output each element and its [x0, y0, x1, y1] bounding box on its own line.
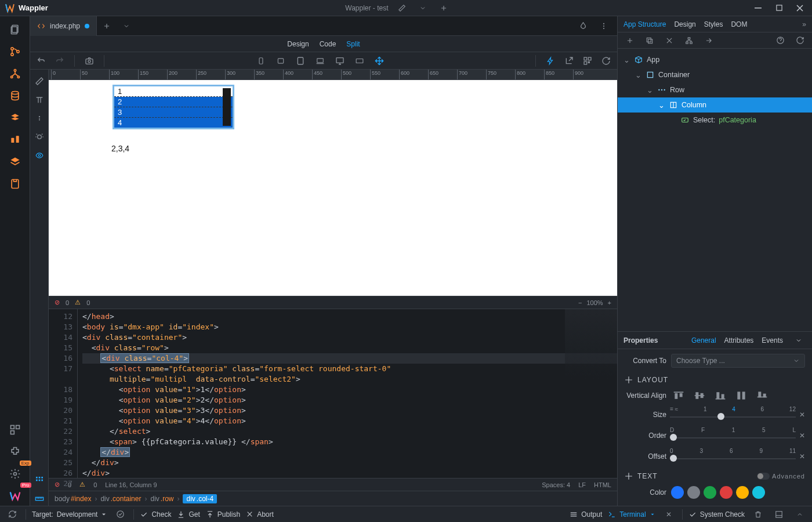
props-overflow-icon[interactable]: [791, 334, 806, 347]
language-mode[interactable]: HTML: [594, 481, 611, 488]
undo-icon[interactable]: [34, 54, 49, 68]
database-icon[interactable]: [5, 86, 26, 106]
tree-row-row[interactable]: ⌄Row: [618, 82, 812, 97]
window-close[interactable]: [790, 0, 810, 16]
valign-stretch-icon[interactable]: [734, 390, 749, 401]
files-icon[interactable]: [5, 20, 26, 39]
breadcrumb-segment[interactable]: div.row: [150, 495, 173, 503]
view-code[interactable]: Code: [320, 40, 336, 48]
color-swatch[interactable]: [720, 486, 733, 499]
tabs-dropdown[interactable]: [117, 23, 136, 30]
design-canvas[interactable]: 1 2 3 4 2,3,4: [49, 80, 617, 296]
code-line[interactable]: <body is="dmx-app" id="index">: [82, 322, 617, 332]
tab-attributes[interactable]: Attributes: [724, 336, 754, 345]
device-wide-icon[interactable]: [352, 54, 367, 68]
output-toggle[interactable]: Output: [570, 510, 602, 519]
wappler-pro-icon[interactable]: [5, 486, 26, 506]
code-line[interactable]: <option value="4">4</option>: [82, 416, 617, 426]
color-swatch[interactable]: [704, 486, 716, 499]
zoom-level[interactable]: 100%: [586, 299, 603, 306]
open-browser-icon[interactable]: [561, 54, 577, 68]
target-ok-icon[interactable]: [113, 507, 128, 521]
code-line[interactable]: <option value="1">1</option>: [82, 385, 617, 395]
publish-button[interactable]: Publish: [206, 510, 240, 519]
abort-button[interactable]: Abort: [246, 510, 274, 519]
color-swatch[interactable]: [687, 486, 700, 499]
git-icon[interactable]: [5, 42, 26, 61]
tree-row-app[interactable]: ⌄App: [618, 52, 812, 67]
select-option[interactable]: 1: [114, 86, 233, 97]
add-project-icon[interactable]: [436, 1, 451, 15]
code-line[interactable]: </div>: [82, 447, 617, 458]
terminal-toggle[interactable]: Terminal: [608, 510, 655, 519]
tree-row-container[interactable]: ⌄Container: [618, 67, 812, 82]
check-button[interactable]: Check: [140, 510, 171, 519]
zoom-out-icon[interactable]: −: [578, 299, 582, 306]
device-mobile-icon[interactable]: [253, 54, 269, 68]
valign-bottom-icon[interactable]: [713, 390, 728, 401]
color-swatch[interactable]: [671, 486, 684, 499]
grid-tool-icon[interactable]: [32, 473, 46, 487]
code-content[interactable]: </head><body is="dmx-app" id="index"><di…: [78, 309, 617, 478]
target-selector[interactable]: Target: Development: [32, 510, 107, 519]
device-desktop-icon[interactable]: [332, 54, 347, 68]
tab-design[interactable]: Design: [674, 20, 695, 28]
size-slider[interactable]: = ≈ 1 4 6 12: [670, 407, 796, 422]
advanced-toggle[interactable]: Advanced: [757, 473, 805, 480]
breadcrumb-segment[interactable]: div.col-4: [183, 494, 217, 503]
breadcrumb-segment[interactable]: div.container: [100, 495, 141, 503]
code-line[interactable]: <div class="row">: [82, 343, 617, 353]
new-tab-button[interactable]: [97, 22, 117, 30]
tree-row-column[interactable]: ⌄Column: [618, 97, 812, 113]
window-maximize[interactable]: [769, 0, 789, 16]
code-line[interactable]: multiple="multipl data-control="select2"…: [82, 374, 617, 385]
ruler-tool-icon[interactable]: [32, 492, 46, 506]
view-design[interactable]: Design: [287, 40, 309, 48]
offset-slider[interactable]: 0 3 6 9 11: [670, 449, 796, 464]
droplet-icon[interactable]: [575, 19, 590, 33]
help-icon[interactable]: [773, 34, 788, 48]
clear-size-icon[interactable]: ✕: [799, 411, 805, 419]
zoom-in-icon[interactable]: +: [608, 299, 611, 306]
select-option[interactable]: 3: [114, 107, 233, 118]
refresh-icon[interactable]: [599, 54, 614, 68]
close-terminal-icon[interactable]: ✕: [661, 507, 676, 521]
sync-icon[interactable]: [5, 507, 20, 521]
bug-tool-icon[interactable]: [32, 130, 46, 144]
add-element-icon[interactable]: [622, 34, 637, 48]
get-button[interactable]: Get: [177, 510, 200, 519]
device-laptop-icon[interactable]: [313, 54, 328, 68]
cursor-position[interactable]: Line 16, Column 9: [105, 481, 157, 488]
qr-icon[interactable]: [580, 54, 595, 68]
breadcrumb-segment[interactable]: body#index: [55, 495, 91, 503]
indent-setting[interactable]: Spaces: 4: [542, 481, 570, 488]
tab-dom[interactable]: DOM: [731, 20, 747, 28]
code-line[interactable]: </div>: [82, 468, 617, 478]
theme-icon[interactable]: [5, 130, 26, 150]
dropdown-icon[interactable]: [415, 1, 430, 15]
system-check-button[interactable]: System Check: [688, 510, 745, 519]
edit-title-icon[interactable]: [394, 1, 409, 15]
collapse-icon[interactable]: [792, 507, 807, 521]
clear-order-icon[interactable]: ✕: [799, 432, 805, 440]
more-icon[interactable]: [596, 19, 611, 33]
select-element[interactable]: 1 2 3 4: [113, 85, 234, 129]
move-icon[interactable]: [372, 54, 387, 68]
move-handle-icon[interactable]: [625, 376, 633, 384]
settings-icon[interactable]: [5, 464, 26, 484]
valign-middle-icon[interactable]: [692, 390, 707, 401]
select-option[interactable]: 2: [114, 97, 233, 107]
order-slider[interactable]: D F 1 5 L: [670, 428, 796, 443]
bolt-icon[interactable]: [543, 54, 558, 68]
refresh-structure-icon[interactable]: [792, 34, 807, 48]
color-swatch[interactable]: [736, 486, 749, 499]
assets-icon[interactable]: [5, 174, 26, 194]
color-swatch[interactable]: [752, 486, 765, 499]
select-option[interactable]: 4: [114, 118, 233, 128]
layers-icon[interactable]: [5, 152, 26, 172]
code-line[interactable]: <select name="pfCategoria" class="form-s…: [82, 364, 617, 374]
text-tool-icon[interactable]: [32, 93, 46, 107]
window-minimize[interactable]: [748, 0, 768, 16]
eye-tool-icon[interactable]: [32, 148, 46, 162]
tab-general[interactable]: General: [691, 336, 716, 345]
